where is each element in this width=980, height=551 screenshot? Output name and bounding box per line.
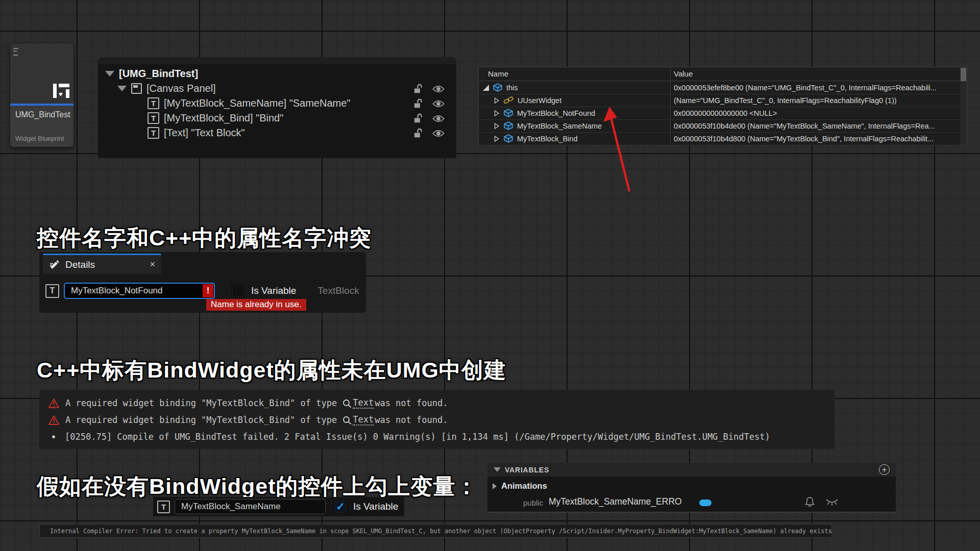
details-tab[interactable]: Details × (43, 254, 161, 274)
collapsed-arrow-icon[interactable] (494, 97, 500, 104)
log-error-suffix: was not found. (375, 398, 448, 408)
is-variable-checkbox-checked[interactable]: ✓ (334, 500, 347, 513)
widget-hierarchy-panel: [UMG_BindTest] [Canvas Panel] T [MyTextB… (98, 57, 456, 158)
hierarchy-canvas-label: [Canvas Panel] (146, 83, 216, 94)
watch-name-text: MyTextBlock_Bind (517, 135, 577, 143)
hierarchy-row-controls (412, 128, 445, 141)
watch-header: Name Value (479, 67, 967, 81)
expand-arrow-icon[interactable] (494, 467, 501, 472)
variables-header-label: VARIABLES (505, 466, 549, 474)
close-icon[interactable]: × (150, 259, 155, 270)
watch-row-samename[interactable]: MyTextBlock_SameName 0x0000053f10b4de00 … (479, 120, 960, 133)
watch-row-bind[interactable]: MyTextBlock_Bind 0x0000053f10b4d800 (Nam… (479, 133, 960, 145)
watch-scrollbar-thumb[interactable] (961, 68, 966, 81)
add-variable-button[interactable]: + (879, 464, 890, 475)
watch-value-text: 0x0000000000000000 <NULL> (674, 109, 957, 117)
expand-arrow-icon[interactable] (105, 71, 114, 77)
watch-row-notfound[interactable]: MyTextBlock_NotFound 0x0000000000000000 … (479, 107, 960, 120)
variable-type-pill[interactable] (699, 499, 712, 506)
watch-value-text: 0x0000053f10b4de00 (Name="MyTextBlock_Sa… (674, 122, 957, 130)
rename-widget-row: T ✓ Is Variable (153, 497, 404, 516)
asset-card-widget-blueprint[interactable]: ♥ UMG_BindTest Widget Blueprint (10, 43, 74, 147)
asset-type-label: Widget Blueprint (15, 135, 64, 142)
watch-name-text: UUserWidget (518, 96, 561, 105)
compile-log-panel: A required widget binding "MyTextBlock_B… (39, 390, 835, 449)
watch-name-column-header[interactable]: Name (488, 69, 508, 78)
log-type-link[interactable]: Text (353, 414, 374, 425)
unlock-icon[interactable] (412, 113, 424, 126)
log-summary-text: [0250.75] Compile of UMG_BindTest failed… (65, 432, 770, 442)
hierarchy-row-root[interactable]: [UMG_BindTest] (98, 66, 198, 81)
widget-name-input[interactable] (64, 283, 215, 299)
debugger-watch-panel: Name Value this 0x0000053efef8be00 (Name… (478, 67, 967, 145)
widget-type-label: TextBlock (317, 285, 359, 296)
variable-name-label[interactable]: MyTextBlock_SameName_ERRO (549, 496, 682, 507)
variable-scope-label: public (523, 498, 543, 507)
log-type-link[interactable]: Text (353, 397, 374, 409)
collapsed-arrow-icon[interactable] (493, 483, 497, 489)
log-row-error-2[interactable]: A required widget binding "MyTextBlock_B… (48, 414, 448, 425)
object-cube-icon (503, 134, 513, 143)
textblock-icon: T (45, 284, 59, 298)
animations-group-row[interactable]: Animations (493, 481, 547, 491)
unlock-icon[interactable] (412, 128, 424, 141)
variables-header[interactable]: VARIABLES + (487, 463, 896, 477)
log-error-prefix: A required widget binding "MyTextBlock_B… (65, 398, 337, 408)
internal-compiler-error-text: Internal Compiler Error: Tried to create… (50, 528, 832, 535)
closed-eye-icon[interactable] (825, 498, 839, 508)
hierarchy-row-controls (412, 83, 445, 96)
collapsed-arrow-icon[interactable] (494, 110, 500, 116)
hierarchy-row-samename[interactable]: T [MyTextBlock_SameName] "SameName" (98, 96, 350, 111)
log-row-error-1[interactable]: A required widget binding "MyTextBlock_B… (48, 397, 448, 409)
warning-triangle-icon (48, 398, 59, 408)
name-error-badge: ! (203, 284, 213, 297)
section-heading-bindwidget-missing: C++中标有BindWidget的属性未在UMG中创建 (37, 356, 506, 385)
bell-icon[interactable] (805, 496, 815, 509)
expanded-arrow-icon[interactable] (483, 85, 489, 91)
is-variable-checkbox[interactable] (231, 284, 244, 297)
watch-value-column-header[interactable]: Value (674, 69, 693, 78)
textblock-icon: T (148, 97, 159, 109)
collapsed-arrow-icon[interactable] (494, 136, 500, 142)
watch-row-this[interactable]: this 0x0000053efef8be00 (Name="UMG_BindT… (479, 82, 960, 94)
hierarchy-row-text[interactable]: T [Text] "Text Block" (98, 126, 245, 140)
asset-corner-marks-icon (13, 48, 18, 57)
visibility-eye-icon[interactable] (432, 114, 445, 125)
variables-panel: VARIABLES + Animations public MyTextBloc… (487, 463, 896, 513)
watch-value-text: 0x0000053f10b4d800 (Name="MyTextBlock_Bi… (674, 135, 957, 143)
textblock-icon: T (157, 500, 170, 513)
asset-thumbnail: ♥ (10, 43, 74, 104)
log-row-summary[interactable]: • [0250.75] Compile of UMG_BindTest fail… (48, 431, 770, 442)
visibility-eye-icon[interactable] (432, 129, 445, 140)
hierarchy-root-label: [UMG_BindTest] (119, 68, 198, 80)
umg-widget-icon: ♥ (53, 83, 70, 101)
hierarchy-item-label: [MyTextBlock_SameName] "SameName" (164, 97, 350, 109)
unlock-icon[interactable] (412, 98, 424, 111)
watch-value-text: (Name="UMG_BindTest_C"_0, InternalFlags=… (674, 96, 957, 105)
hierarchy-top-band (98, 57, 456, 64)
object-cube-icon (503, 109, 513, 117)
visibility-eye-icon[interactable] (432, 85, 445, 95)
hierarchy-row-canvas[interactable]: [Canvas Panel] (98, 81, 216, 96)
textblock-icon: T (148, 112, 159, 124)
svg-text:♥: ♥ (59, 90, 63, 98)
details-panel: Details × T ! Is Variable TextBlock Name… (39, 252, 366, 313)
expand-arrow-icon[interactable] (117, 86, 127, 91)
watch-name-text: MyTextBlock_NotFound (517, 109, 595, 117)
textblock-icon: T (148, 127, 159, 139)
is-variable-label: Is Variable (353, 501, 398, 512)
collapsed-arrow-icon[interactable] (494, 123, 500, 129)
visibility-eye-icon[interactable] (432, 99, 445, 110)
watch-scrollbar[interactable] (960, 67, 967, 145)
internal-compiler-error-bar: Internal Compiler Error: Tried to create… (39, 524, 832, 538)
unlock-icon[interactable] (412, 83, 424, 96)
red-annotation-arrow (602, 105, 643, 196)
watch-row-uuserwidget[interactable]: UUserWidget (Name="UMG_BindTest_C"_0, In… (479, 94, 960, 107)
widget-name-input[interactable] (175, 499, 326, 514)
hierarchy-item-label: [MyTextBlock_Bind] "Bind" (164, 112, 283, 124)
canvas-panel-icon (131, 83, 142, 94)
pencil-edit-icon (49, 259, 60, 270)
asset-title: UMG_BindTest (15, 110, 68, 119)
hierarchy-row-bind[interactable]: T [MyTextBlock_Bind] "Bind" (98, 111, 283, 126)
is-variable-label: Is Variable (251, 285, 296, 296)
